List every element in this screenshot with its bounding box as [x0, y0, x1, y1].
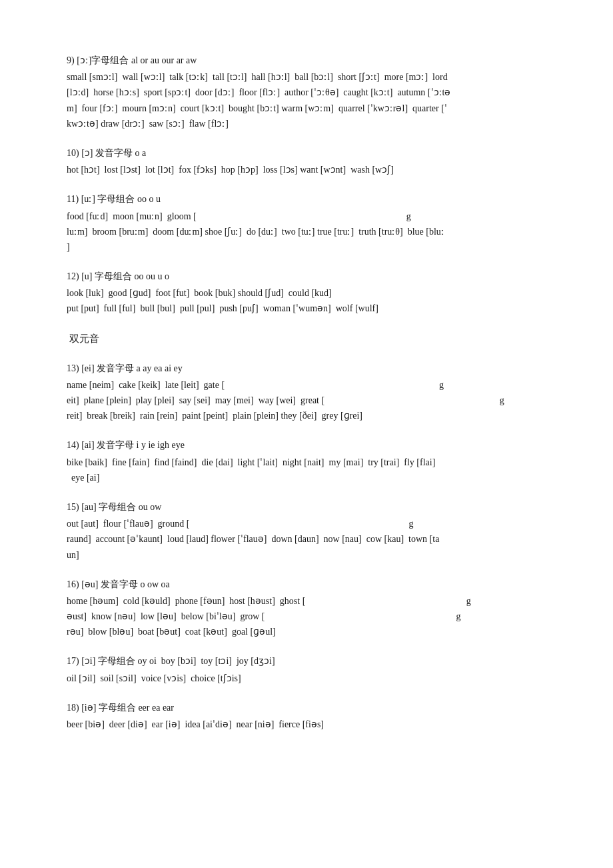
- section-12: 12) [u] 字母组合 oo ou u o look [luk] good […: [67, 269, 560, 317]
- section-14-title: 14) [ai] 发音字母 i y ie igh eye: [67, 438, 560, 453]
- section-17-content: oil [ɔil] soil [sɔil] voice [vɔis] choic…: [67, 671, 560, 686]
- section-10: 10) [ɔ] 发音字母 o a hot [hɔt] lost [lɔst] l…: [67, 146, 560, 177]
- section-15-title: 15) [au] 字母组合 ou ow: [67, 500, 560, 515]
- section-13-content: name [neim] cake [keik] late [leit] gate…: [67, 377, 560, 423]
- section-9-title: 9) [ɔː]字母组合 al or au our ar aw: [67, 53, 560, 68]
- section-17: 17) [ɔi] 字母组合 oy oi boy [bɔi] toy [tɔi] …: [67, 654, 560, 685]
- section-10-content: hot [hɔt] lost [lɔst] lot [lɔt] fox [fɔk…: [67, 162, 560, 177]
- section-13-title: 13) [ei] 发音字母 a ay ea ai ey: [67, 361, 560, 376]
- section-16-content: home [həum] cold [kəuld] phone [fəun] ho…: [67, 593, 560, 639]
- page-content: 9) [ɔː]字母组合 al or au our ar aw small [sm…: [67, 53, 560, 732]
- section-17-title: 17) [ɔi] 字母组合 oy oi boy [bɔi] toy [tɔi] …: [67, 654, 560, 669]
- section-11-title: 11) [uː] 字母组合 oo o u: [67, 192, 560, 207]
- section-14-content: bike [baik] fine [fain] find [faind] die…: [67, 455, 560, 485]
- section-9: 9) [ɔː]字母组合 al or au our ar aw small [sm…: [67, 53, 560, 131]
- section-15: 15) [au] 字母组合 ou ow out [aut] flour [ˈfl…: [67, 500, 560, 563]
- section-14: 14) [ai] 发音字母 i y ie igh eye bike [baik]…: [67, 438, 560, 485]
- section-16: 16) [əu] 发音字母 o ow oa home [həum] cold […: [67, 577, 560, 640]
- section-18: 18) [iə] 字母组合 eer ea ear beer [biə] deer…: [67, 701, 560, 732]
- section-12-content: look [luk] good [ɡud] foot [fut] book [b…: [67, 285, 560, 316]
- section-10-title: 10) [ɔ] 发音字母 o a: [67, 146, 560, 161]
- section-15-content: out [aut] flour [ˈflauə] ground [ g raun…: [67, 516, 560, 562]
- section-18-title: 18) [iə] 字母组合 eer ea ear: [67, 701, 560, 715]
- section-13: 13) [ei] 发音字母 a ay ea ai ey name [neim] …: [67, 361, 560, 424]
- section-18-content: beer [biə] deer [diə] ear [iə] idea [aiˈ…: [67, 717, 560, 732]
- section-16-title: 16) [əu] 发音字母 o ow oa: [67, 577, 560, 592]
- double-vowels-label: 双元音: [67, 331, 560, 347]
- section-11-content: food [fuːd] moon [muːn] gloom [ g luːm] …: [67, 209, 560, 255]
- section-11: 11) [uː] 字母组合 oo o u food [fuːd] moon [m…: [67, 192, 560, 255]
- section-double-vowels-header: 双元音: [67, 331, 560, 347]
- section-12-title: 12) [u] 字母组合 oo ou u o: [67, 269, 560, 284]
- section-9-content: small [smɔːl] wall [wɔːl] talk [tɔːk] ta…: [67, 69, 560, 131]
